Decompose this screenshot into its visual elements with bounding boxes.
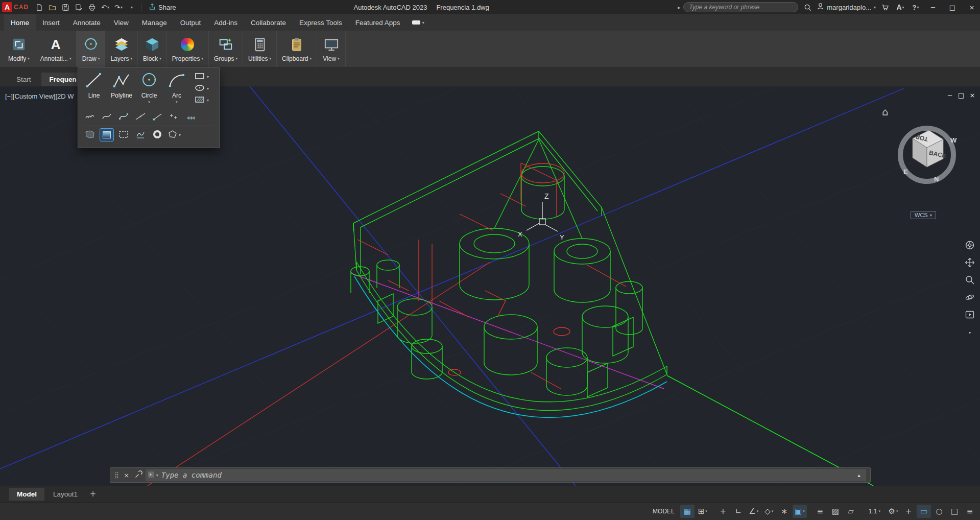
donut-tool[interactable] bbox=[151, 129, 164, 141]
ribbon-display-toggle[interactable]: ▾ bbox=[407, 14, 429, 31]
ribbon-panel-annotation[interactable]: A Annotati...▾ bbox=[35, 31, 77, 67]
ribbon-panel-utilities[interactable]: Utilities▾ bbox=[243, 31, 277, 67]
ribbon-panel-modify[interactable]: Modify▾ bbox=[3, 31, 35, 67]
construction-line-tool[interactable] bbox=[134, 111, 147, 123]
boundary-tool[interactable] bbox=[117, 129, 130, 141]
hatch-flyout-tool[interactable]: ▾ bbox=[195, 96, 209, 105]
isometric-drafting-toggle[interactable]: ◇▾ bbox=[762, 505, 776, 518]
ribbon-panel-draw[interactable]: Draw▾ bbox=[77, 31, 105, 67]
transparency-toggle[interactable]: ▨ bbox=[828, 505, 843, 518]
user-account-button[interactable]: margaridaplo... ▾ bbox=[817, 3, 876, 12]
ribbon-panel-properties[interactable]: Properties▾ bbox=[167, 31, 209, 67]
command-line-grip[interactable]: ⣿ bbox=[114, 471, 119, 479]
annotation-monitor-toggle[interactable]: + bbox=[901, 505, 916, 518]
arc-tool[interactable]: Arc ▾ bbox=[165, 71, 188, 104]
wipeout-tool[interactable]: ▾ bbox=[168, 129, 181, 141]
window-minimize-button[interactable]: ─ bbox=[925, 0, 941, 14]
search-input[interactable] bbox=[683, 2, 798, 12]
ray-tool[interactable] bbox=[151, 111, 164, 123]
orbit-button[interactable] bbox=[963, 292, 976, 304]
circle-tool[interactable]: Circle ▾ bbox=[137, 71, 161, 104]
file-tab-start[interactable]: Start bbox=[8, 73, 39, 86]
share-button[interactable]: Share bbox=[145, 3, 180, 12]
ribbon-tab-home[interactable]: Home bbox=[4, 14, 36, 31]
grid-toggle[interactable]: ▦ bbox=[680, 505, 695, 518]
ribbon-panel-groups[interactable]: Groups▾ bbox=[209, 31, 243, 67]
ribbon-tab-output[interactable]: Output bbox=[174, 14, 208, 31]
dynamic-input-toggle[interactable]: + bbox=[716, 505, 730, 518]
ribbon-tab-featured-apps[interactable]: Featured Apps bbox=[349, 14, 407, 31]
full-navigation-wheel-button[interactable] bbox=[963, 240, 976, 252]
window-close-button[interactable]: × bbox=[964, 0, 980, 14]
command-customize-button[interactable] bbox=[134, 470, 142, 480]
polyline-tool[interactable]: Polyline bbox=[110, 71, 133, 99]
new-layout-button[interactable]: + bbox=[86, 489, 100, 499]
view-cube[interactable]: ⌂ W N E TOP BACK WCS▾ bbox=[882, 99, 974, 224]
object-snap-tracking-toggle[interactable]: ∗ bbox=[777, 505, 792, 518]
command-input-area[interactable]: ▾ ▴ bbox=[146, 469, 866, 481]
search-button[interactable] bbox=[801, 1, 814, 13]
model-space-toggle[interactable]: MODEL bbox=[648, 505, 679, 518]
save-button[interactable] bbox=[59, 1, 71, 13]
new-file-button[interactable] bbox=[33, 1, 45, 13]
spline-cv-tool[interactable] bbox=[117, 111, 130, 123]
showmotion-button[interactable] bbox=[963, 309, 976, 321]
region-tool[interactable] bbox=[134, 129, 147, 141]
revision-cloud-tool[interactable] bbox=[83, 111, 97, 123]
ellipse-tool[interactable]: ▾ bbox=[195, 84, 209, 93]
open-file-button[interactable] bbox=[46, 1, 58, 13]
ortho-mode-toggle[interactable]: ∟ bbox=[731, 505, 746, 518]
ribbon-panel-block[interactable]: Block▾ bbox=[138, 31, 167, 67]
command-input[interactable] bbox=[160, 470, 852, 480]
ribbon-panel-view[interactable]: View▾ bbox=[317, 31, 346, 67]
clean-screen-button[interactable]: □ bbox=[947, 505, 962, 518]
object-snap-toggle[interactable]: ▣▾ bbox=[793, 505, 807, 518]
recent-commands-button[interactable]: ▾ bbox=[148, 471, 158, 480]
autocad-logo[interactable]: A CAD bbox=[2, 2, 29, 12]
wcs-dropdown[interactable]: WCS▾ bbox=[911, 211, 936, 219]
ribbon-tab-express-tools[interactable]: Express Tools bbox=[293, 14, 349, 31]
hardware-acceleration-toggle[interactable]: ▭ bbox=[917, 505, 931, 518]
plot-button[interactable] bbox=[86, 1, 98, 13]
ribbon-tab-collaborate[interactable]: Collaborate bbox=[244, 14, 293, 31]
ribbon-tab-insert[interactable]: Insert bbox=[36, 14, 66, 31]
save-as-button[interactable] bbox=[73, 1, 85, 13]
ribbon-panel-clipboard[interactable]: Clipboard▾ bbox=[277, 31, 317, 67]
isolate-objects-button[interactable]: ○ bbox=[932, 505, 946, 518]
help-button[interactable]: ? ▾ bbox=[910, 1, 922, 13]
snap-mode-toggle[interactable]: ⊞▾ bbox=[696, 505, 710, 518]
zoom-button[interactable] bbox=[963, 274, 976, 287]
gradient-tool[interactable] bbox=[100, 129, 113, 141]
navbar-customize-button[interactable]: ▾ bbox=[963, 326, 976, 339]
quick-access-menu-button[interactable]: ▾ bbox=[126, 1, 138, 13]
cart-button[interactable] bbox=[879, 1, 891, 13]
search-collapse-button[interactable]: ▸ bbox=[678, 5, 680, 10]
divide-tool[interactable] bbox=[184, 111, 198, 123]
layout-tab-model[interactable]: Model bbox=[9, 488, 44, 501]
customization-menu-button[interactable]: ≡ bbox=[963, 505, 977, 518]
viewcube-graphic[interactable]: W N E TOP BACK bbox=[882, 99, 974, 208]
lineweight-toggle[interactable]: ≡ bbox=[813, 505, 827, 518]
ribbon-tab-manage[interactable]: Manage bbox=[135, 14, 174, 31]
hatch-tool[interactable] bbox=[83, 129, 97, 141]
window-maximize-button[interactable]: □ bbox=[944, 0, 961, 14]
rectangle-tool[interactable]: ▾ bbox=[195, 72, 209, 81]
command-line[interactable]: ⣿ × ▾ ▴ bbox=[110, 467, 871, 483]
redo-button[interactable]: ↷▾ bbox=[112, 1, 125, 13]
compass-north-label[interactable]: N bbox=[934, 175, 939, 183]
viewcube-home-icon[interactable]: ⌂ bbox=[882, 106, 889, 118]
workspace-switching-button[interactable]: ⚙▾ bbox=[886, 505, 900, 518]
polar-tracking-toggle[interactable]: ∠▾ bbox=[747, 505, 761, 518]
undo-button[interactable]: ↶▾ bbox=[99, 1, 111, 13]
ribbon-tab-view[interactable]: View bbox=[107, 14, 135, 31]
command-close-button[interactable]: × bbox=[122, 471, 131, 479]
layout-tab-layout1[interactable]: Layout1 bbox=[45, 488, 85, 501]
compass-west-label[interactable]: W bbox=[950, 136, 957, 144]
pan-button[interactable] bbox=[963, 257, 976, 269]
compass-east-label[interactable]: E bbox=[903, 168, 908, 176]
ribbon-panel-layers[interactable]: Layers▾ bbox=[105, 31, 138, 67]
ribbon-tab-addins[interactable]: Add-ins bbox=[207, 14, 244, 31]
command-history-button[interactable]: ▴ bbox=[854, 472, 864, 479]
autodesk-app-button[interactable]: A ▾ bbox=[894, 1, 906, 13]
viewport-controls-label[interactable]: [−][Custom View][2D W bbox=[5, 92, 74, 100]
